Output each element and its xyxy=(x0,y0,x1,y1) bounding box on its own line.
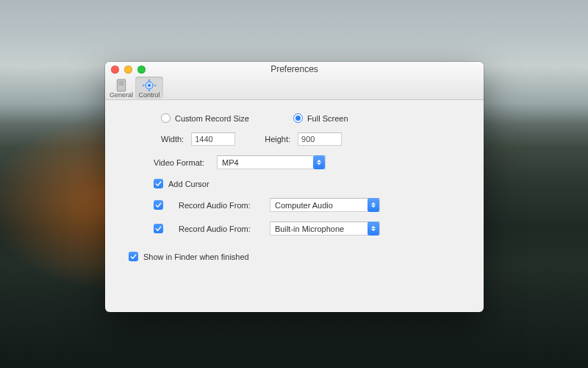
height-input[interactable] xyxy=(298,132,342,146)
audio2-select[interactable]: Built-in Microphone xyxy=(270,222,380,236)
checkbox-checked-icon xyxy=(154,179,163,188)
audio-source-1-row: Record Audio From: Computer Audio xyxy=(154,198,465,212)
checkbox-checked-icon xyxy=(129,252,138,261)
add-cursor-row[interactable]: Add Cursor xyxy=(154,179,465,188)
tab-general-label: General xyxy=(110,91,133,99)
stepper-arrows-icon xyxy=(368,222,379,236)
radio-full-screen[interactable]: Full Screen xyxy=(293,113,348,123)
checkbox-checked-icon[interactable] xyxy=(154,224,163,233)
preferences-toolbar: General Control xyxy=(107,77,163,99)
width-input[interactable] xyxy=(191,132,235,146)
tab-control-label: Control xyxy=(138,91,159,99)
stepper-arrows-icon xyxy=(313,155,325,169)
height-label: Height: xyxy=(265,135,290,144)
audio2-label: Record Audio From: xyxy=(179,224,259,233)
audio-source-2-row: Record Audio From: Built-in Microphone xyxy=(154,222,465,236)
record-mode-row: Custom Record Size Full Screen xyxy=(161,113,465,123)
video-format-row: Video Format: MP4 xyxy=(154,155,465,169)
video-format-label: Video Format: xyxy=(154,158,211,167)
svg-rect-1 xyxy=(119,81,124,82)
svg-rect-2 xyxy=(119,83,124,84)
tab-general[interactable]: General xyxy=(107,77,135,99)
stepper-arrows-icon xyxy=(368,198,379,212)
control-icon xyxy=(143,79,156,91)
radio-icon xyxy=(293,113,303,123)
radio-icon xyxy=(161,113,171,123)
radio-full-label: Full Screen xyxy=(307,114,348,123)
width-label: Width: xyxy=(161,135,184,144)
add-cursor-label: Add Cursor xyxy=(168,180,209,188)
preferences-window: Preferences General Control xyxy=(105,62,484,312)
window-titlebar: Preferences General Control xyxy=(105,62,484,100)
audio1-label: Record Audio From: xyxy=(179,201,259,210)
audio1-select[interactable]: Computer Audio xyxy=(270,198,380,212)
video-format-select[interactable]: MP4 xyxy=(217,155,326,169)
audio1-value: Computer Audio xyxy=(275,201,333,210)
radio-custom-size[interactable]: Custom Record Size xyxy=(161,113,249,123)
general-icon xyxy=(115,79,128,91)
show-in-finder-row[interactable]: Show in Finder when finished xyxy=(129,252,465,261)
window-title: Preferences xyxy=(105,64,484,74)
video-format-value: MP4 xyxy=(222,158,239,167)
checkbox-checked-icon[interactable] xyxy=(154,200,163,210)
tab-control[interactable]: Control xyxy=(135,77,163,99)
preferences-content: Custom Record Size Full Screen Width: He… xyxy=(105,100,484,278)
dimensions-row: Width: Height: xyxy=(161,132,465,146)
svg-rect-3 xyxy=(119,85,124,85)
show-in-finder-label: Show in Finder when finished xyxy=(143,252,249,261)
svg-point-5 xyxy=(148,84,151,87)
radio-custom-label: Custom Record Size xyxy=(175,114,249,123)
desktop-wallpaper: Preferences General Control xyxy=(0,0,588,368)
audio2-value: Built-in Microphone xyxy=(275,224,344,233)
